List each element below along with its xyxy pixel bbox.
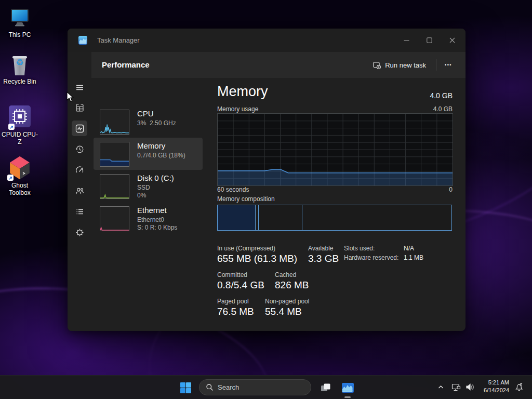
list-item-subtitle: 3% 2.50 GHz	[137, 119, 176, 127]
this-pc-icon	[0, 6, 39, 30]
usage-graph-label: Memory usage	[217, 105, 258, 113]
cpu-mini-graph	[100, 110, 129, 135]
running-app-indicator	[344, 396, 351, 398]
list-item-subtitle: SSD0%	[137, 184, 150, 200]
close-button[interactable]	[441, 29, 463, 52]
detail-title: Memory	[217, 84, 268, 100]
stat-value: 76.5 MB	[217, 306, 254, 317]
performance-list: CPU 3% 2.50 GHz Memory 0.7/4.0 GB (18%) …	[94, 105, 203, 234]
info-label: Hardware reserved:	[344, 254, 398, 261]
desktop-icon-recycle-bin[interactable]: ♻ Recycle Bin	[0, 53, 39, 85]
stat-label: Available	[308, 245, 333, 252]
desktop-icon-label: CPUID CPU-Z	[0, 131, 39, 145]
memory-mini-graph	[100, 142, 129, 167]
stat-value: 3.3 GB	[308, 253, 339, 264]
minimize-button[interactable]	[395, 29, 418, 52]
new-task-icon	[373, 61, 381, 69]
x-axis-left-label: 60 seconds	[217, 186, 249, 193]
nav-performance-button[interactable]	[72, 121, 87, 136]
shortcut-arrow-icon	[7, 175, 14, 181]
search-icon	[206, 383, 214, 391]
composition-segment-standby	[259, 205, 302, 230]
tray-network-icon[interactable]	[450, 381, 462, 393]
notification-bell-icon[interactable]	[512, 381, 526, 393]
taskbar-task-manager-button[interactable]	[339, 380, 356, 395]
nav-app-history-button[interactable]	[72, 141, 87, 157]
stat-value: 55.4 MB	[265, 306, 302, 317]
desktop-icon-ghost-toolbox[interactable]: Ghost Toolbox	[0, 155, 39, 196]
task-view-icon	[320, 382, 331, 393]
page-header: Performance Run new task •••	[91, 52, 466, 78]
stat-label: Paged pool	[217, 298, 249, 305]
desktop-icon-cpuz[interactable]: CPUID CPU-Z	[0, 103, 39, 145]
ghost-toolbox-icon	[0, 155, 39, 181]
nav-users-button[interactable]	[72, 183, 87, 198]
mouse-cursor	[66, 91, 75, 103]
taskbar: Search	[0, 375, 532, 399]
clock-date: 6/14/2024	[470, 387, 509, 394]
recycle-bin-icon: ♻	[0, 53, 39, 77]
list-item-title: Disk 0 (C:)	[137, 174, 174, 182]
desktop-icon-label: This PC	[0, 31, 39, 38]
info-value: N/A	[404, 245, 414, 252]
list-item-cpu[interactable]: CPU 3% 2.50 GHz	[94, 105, 203, 138]
recycle-arrows-glyph: ♻	[0, 58, 39, 67]
desktop: This PC ♻ Recycle Bin	[0, 0, 532, 399]
start-button[interactable]	[178, 380, 193, 395]
nav-details-button[interactable]	[72, 204, 87, 219]
tray-chevron-up-icon[interactable]	[435, 382, 446, 392]
composition-segment-free	[302, 205, 451, 230]
search-placeholder: Search	[218, 383, 239, 391]
stat-value: 655 MB (61.3 MB)	[217, 253, 297, 264]
ethernet-mini-graph	[100, 206, 129, 231]
x-axis-right-label: 0	[449, 186, 453, 193]
stat-value: 0.8/5.4 GB	[217, 280, 264, 291]
task-manager-taskbar-icon	[341, 381, 354, 394]
stat-label: Cached	[275, 271, 296, 278]
window-title: Task Manager	[97, 36, 140, 44]
taskbar-clock[interactable]: 5:21 AM 6/14/2024	[470, 379, 509, 394]
search-box[interactable]: Search	[199, 379, 311, 395]
nav-startup-apps-button[interactable]	[72, 162, 87, 178]
memory-composition-bar	[217, 205, 452, 231]
info-value: 1.1 MB	[404, 254, 423, 261]
composition-label: Memory composition	[217, 195, 275, 203]
list-item-subtitle: Ethernet0S: 0 R: 0 Kbps	[137, 216, 177, 232]
list-item-title: Ethernet	[137, 206, 167, 215]
info-label: Slots used:	[344, 245, 375, 252]
header-divider	[436, 59, 436, 71]
task-manager-logo-icon	[78, 36, 87, 45]
list-item-disk[interactable]: Disk 0 (C:) SSD0%	[94, 170, 203, 202]
windows-logo-icon	[180, 382, 192, 394]
list-item-title: Memory	[137, 141, 165, 150]
maximize-button[interactable]	[418, 29, 441, 52]
list-item-title: CPU	[137, 109, 154, 118]
cpuz-icon	[0, 103, 39, 130]
shortcut-arrow-icon	[8, 124, 15, 130]
run-new-task-button[interactable]: Run new task	[368, 57, 431, 73]
clock-time: 5:21 AM	[470, 379, 509, 387]
page-title: Performance	[102, 60, 150, 69]
memory-usage-chart	[217, 113, 453, 186]
task-view-button[interactable]	[317, 380, 333, 395]
more-options-button[interactable]: •••	[440, 57, 457, 73]
titlebar[interactable]: Task Manager	[68, 29, 466, 52]
disk-mini-graph	[100, 174, 129, 199]
stat-label: Committed	[217, 271, 247, 278]
stat-label: Non-paged pool	[265, 298, 309, 305]
list-item-ethernet[interactable]: Ethernet Ethernet0S: 0 R: 0 Kbps	[94, 202, 203, 234]
desktop-icon-label: Recycle Bin	[0, 78, 39, 85]
composition-segment-in-use	[218, 205, 256, 230]
desktop-icon-label: Ghost Toolbox	[0, 182, 39, 196]
stat-label: In use (Compressed)	[217, 245, 275, 252]
run-new-task-label: Run new task	[385, 61, 426, 69]
list-item-subtitle: 0.7/4.0 GB (18%)	[137, 152, 185, 159]
task-manager-window: Task Manager	[68, 29, 466, 331]
memory-capacity: 4.0 GB	[430, 91, 453, 100]
nav-services-button[interactable]	[72, 224, 87, 240]
usage-graph-max: 4.0 GB	[433, 105, 453, 113]
desktop-icon-this-pc[interactable]: This PC	[0, 6, 39, 38]
stat-value: 826 MB	[275, 280, 309, 291]
list-item-memory[interactable]: Memory 0.7/4.0 GB (18%)	[94, 138, 203, 170]
